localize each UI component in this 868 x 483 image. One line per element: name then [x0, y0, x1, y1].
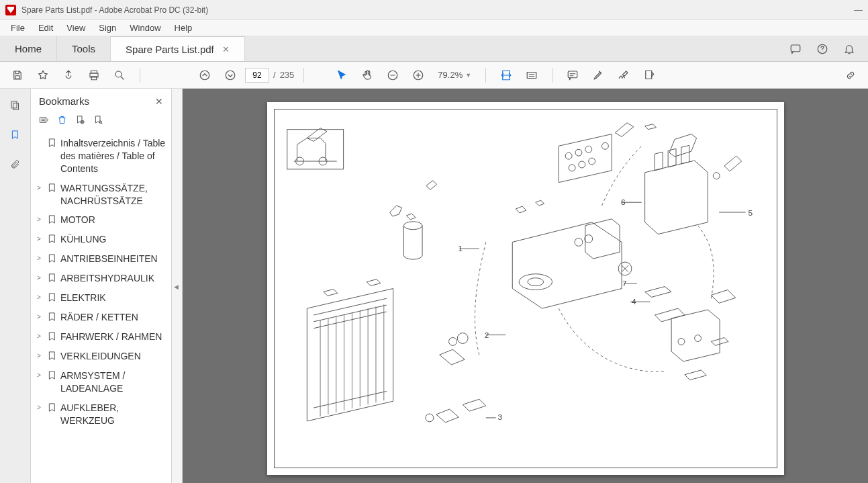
hand-tool-button[interactable]: [356, 64, 378, 86]
tab-tools[interactable]: Tools: [57, 36, 111, 61]
svg-point-34: [457, 333, 468, 344]
zoom-in-button[interactable]: [407, 64, 429, 86]
svg-point-8: [200, 71, 209, 80]
bookmark-icon: [47, 214, 56, 226]
svg-rect-18: [40, 118, 46, 123]
bookmark-item[interactable]: >FAHRWERK / RAHMEN: [35, 327, 167, 347]
callout-3: 3: [497, 412, 502, 422]
select-tool-button[interactable]: [331, 64, 352, 86]
bookmarks-button[interactable]: [7, 126, 23, 142]
svg-point-27: [585, 146, 591, 152]
bookmark-label: AUFKLEBER, WERKZEUG: [60, 402, 167, 427]
zoom-out-button[interactable]: [382, 64, 403, 86]
bookmark-icon: [47, 369, 56, 382]
print-button[interactable]: [83, 64, 105, 86]
bookmark-icon: [47, 350, 56, 363]
search-button[interactable]: [109, 64, 130, 86]
svg-rect-16: [12, 101, 17, 107]
menu-help[interactable]: Help: [169, 21, 198, 34]
bookmark-expand-icon[interactable]: >: [35, 253, 43, 262]
page-down-button[interactable]: [220, 64, 241, 86]
bookmark-item[interactable]: Inhaltsverzeichnis / Table des matières …: [35, 134, 167, 179]
bookmark-icon: [47, 233, 56, 246]
bookmark-label: FAHRWERK / RAHMEN: [60, 331, 162, 343]
bookmark-item[interactable]: >ARBEITSHYDRAULIK: [35, 269, 167, 288]
bookmark-item[interactable]: >ELEKTRIK: [35, 288, 167, 308]
menu-file[interactable]: File: [5, 21, 30, 34]
svg-rect-13: [527, 72, 536, 78]
bookmark-item[interactable]: >RÄDER / KETTEN: [35, 308, 167, 327]
bookmark-expand-icon[interactable]: >: [35, 311, 43, 320]
bookmark-label: VERKLEIDUNGEN: [60, 350, 141, 363]
bookmark-item[interactable]: >VERKLEIDUNGEN: [35, 347, 167, 366]
window-minimize-button[interactable]: —: [854, 5, 863, 15]
bookmark-item[interactable]: >WARTUNGSSÄTZE, NACHRÜSTSÄTZE: [35, 179, 167, 211]
bookmark-add-button[interactable]: [75, 115, 85, 127]
svg-point-32: [694, 335, 701, 342]
svg-rect-3: [15, 75, 19, 79]
bookmark-expand-icon[interactable]: >: [35, 350, 43, 359]
page-up-button[interactable]: [194, 64, 215, 86]
bookmark-expand-icon[interactable]: >: [35, 402, 43, 411]
page-number-input[interactable]: [245, 68, 269, 83]
svg-rect-14: [568, 71, 577, 78]
svg-point-24: [527, 278, 543, 286]
bookmark-options-button[interactable]: [39, 115, 49, 127]
attachments-button[interactable]: [7, 156, 23, 172]
bookmark-label: MOTOR: [60, 214, 95, 226]
panel-close-button[interactable]: ✕: [155, 96, 163, 107]
bookmark-expand-icon[interactable]: >: [35, 233, 43, 243]
bookmark-item[interactable]: >KÜHLUNG: [35, 230, 167, 249]
bookmark-item[interactable]: >ARMSYSTEM / LADEANLAGE: [35, 366, 167, 398]
link-button[interactable]: [840, 64, 861, 86]
tab-document[interactable]: Spare Parts List.pdf ✕: [111, 36, 245, 61]
zoom-select[interactable]: 79.2% ▼: [433, 68, 476, 82]
menu-sign[interactable]: Sign: [93, 21, 122, 34]
menu-view[interactable]: View: [61, 21, 91, 34]
highlight-button[interactable]: [587, 64, 609, 86]
bell-icon[interactable]: [842, 42, 856, 56]
bookmark-find-button[interactable]: [93, 115, 103, 127]
panel-collapse-handle[interactable]: [172, 89, 183, 483]
callout-2: 2: [484, 331, 489, 340]
document-viewport[interactable]: 1 2 3 4 5 6 7: [183, 89, 868, 483]
save-button[interactable]: [7, 64, 28, 86]
bookmarks-panel: Bookmarks ✕ Inhaltsverzeichnis / Table d…: [31, 89, 172, 483]
tab-bar: Home Tools Spare Parts List.pdf ✕: [0, 36, 868, 62]
star-button[interactable]: [32, 64, 54, 86]
toolbar: / 235 79.2% ▼: [0, 62, 868, 89]
menu-edit[interactable]: Edit: [33, 21, 58, 34]
callout-5: 5: [748, 208, 753, 218]
read-mode-button[interactable]: [521, 64, 542, 86]
stamp-button[interactable]: [638, 64, 660, 86]
svg-point-28: [569, 165, 575, 171]
tab-home[interactable]: Home: [0, 36, 57, 61]
comment-button[interactable]: [562, 64, 583, 86]
help-icon[interactable]: [816, 42, 829, 56]
svg-rect-21: [287, 130, 343, 169]
tab-close-button[interactable]: ✕: [222, 44, 230, 54]
chevron-down-icon: ▼: [465, 72, 471, 79]
bookmark-expand-icon[interactable]: >: [35, 182, 43, 191]
bookmark-item[interactable]: >ANTRIEBSEINHEITEN: [35, 249, 167, 269]
bookmark-expand-icon[interactable]: >: [35, 292, 43, 301]
sign-button[interactable]: [613, 64, 634, 86]
bookmark-item[interactable]: >MOTOR: [35, 210, 167, 230]
menu-window[interactable]: Window: [124, 21, 166, 34]
fit-width-button[interactable]: [495, 64, 517, 86]
bookmark-expand-icon[interactable]: >: [35, 331, 43, 340]
svg-point-26: [575, 149, 582, 156]
bookmark-expand-icon[interactable]: [35, 137, 43, 139]
bookmark-item[interactable]: >AUFKLEBER, WERKZEUG: [35, 398, 167, 431]
bookmark-expand-icon[interactable]: >: [35, 272, 43, 281]
chat-icon[interactable]: [789, 42, 802, 56]
bookmark-label: Inhaltsverzeichnis / Table des matières …: [60, 137, 167, 175]
bookmark-expand-icon[interactable]: >: [35, 369, 43, 379]
svg-point-23: [519, 274, 552, 290]
thumbnails-button[interactable]: [7, 97, 23, 113]
share-button[interactable]: [58, 64, 79, 86]
svg-rect-15: [646, 71, 652, 79]
bookmark-expand-icon[interactable]: >: [35, 214, 43, 223]
callout-4: 4: [631, 297, 636, 306]
bookmark-delete-button[interactable]: [57, 115, 67, 127]
